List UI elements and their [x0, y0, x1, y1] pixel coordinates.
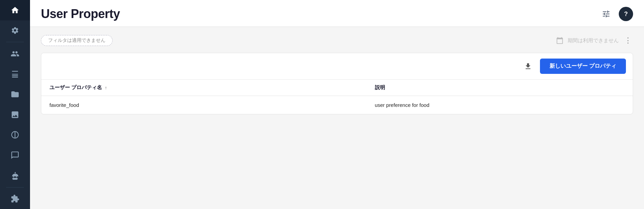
sidebar-item-folder[interactable]	[0, 84, 30, 104]
table-card: 新しいユーザー プロパティ ユーザー プロパティ名 ↑ 説明	[41, 53, 633, 114]
column-header-name[interactable]: ユーザー プロパティ名 ↑	[41, 80, 367, 96]
more-options-button[interactable]: ⋮	[623, 36, 633, 45]
sidebar-item-globe[interactable]	[0, 125, 30, 145]
sidebar-item-home[interactable]	[0, 0, 30, 20]
extensions-icon	[11, 194, 19, 203]
sidebar-divider-1	[6, 42, 24, 42]
new-property-button[interactable]: 新しいユーザー プロパティ	[540, 59, 626, 74]
folder-icon	[11, 90, 19, 99]
filter-sliders-icon	[602, 10, 611, 18]
sidebar	[0, 0, 30, 209]
content-area: フィルタは適用できません 期間は利用できません ⋮ 新しいユーザー プロパティ	[30, 27, 644, 209]
download-button[interactable]	[522, 60, 535, 73]
users-icon	[11, 49, 19, 58]
table-header-row: ユーザー プロパティ名 ↑ 説明	[41, 80, 633, 96]
page-header: User Property ?	[30, 0, 644, 27]
sidebar-item-image[interactable]	[0, 104, 30, 125]
header-actions: ?	[599, 7, 633, 21]
table-toolbar: 新しいユーザー プロパティ	[41, 53, 633, 80]
gear-icon	[11, 26, 19, 34]
home-icon	[11, 6, 19, 15]
chat-icon	[11, 151, 19, 160]
column-name-label: ユーザー プロパティ名	[49, 84, 102, 90]
filter-right: 期間は利用できません ⋮	[556, 36, 633, 45]
sort-ascending-icon: ↑	[105, 85, 107, 90]
filter-chip[interactable]: フィルタは適用できません	[41, 35, 113, 46]
filter-settings-button[interactable]	[599, 7, 613, 21]
page-title: User Property	[41, 7, 120, 21]
sidebar-item-users[interactable]	[0, 44, 30, 64]
server-icon	[11, 70, 19, 79]
sidebar-item-extensions[interactable]	[0, 189, 30, 209]
sidebar-item-chat[interactable]	[0, 145, 30, 165]
image-icon	[11, 110, 19, 119]
calendar-icon	[556, 37, 564, 44]
main-content: User Property ? フィルタは適用できません 期間は利用できません …	[30, 0, 644, 209]
sidebar-divider-2	[6, 187, 24, 188]
sidebar-item-bot[interactable]	[0, 165, 30, 186]
column-header-description: 説明	[367, 80, 633, 96]
properties-table: ユーザー プロパティ名 ↑ 説明 favorite_fooduser prefe…	[41, 80, 633, 114]
property-name-cell: favorite_food	[41, 96, 367, 114]
table-row[interactable]: favorite_fooduser preference for food	[41, 96, 633, 114]
column-description-label: 説明	[375, 84, 385, 90]
property-description-cell: user preference for food	[367, 96, 633, 114]
filter-bar: フィルタは適用できません 期間は利用できません ⋮	[41, 35, 633, 46]
download-icon	[524, 62, 532, 70]
bot-icon	[11, 171, 19, 180]
sidebar-item-settings[interactable]	[0, 20, 30, 41]
sidebar-item-server[interactable]	[0, 64, 30, 84]
period-label: 期間は利用できません	[568, 37, 619, 44]
globe-icon	[11, 130, 19, 139]
help-button[interactable]: ?	[619, 7, 633, 21]
